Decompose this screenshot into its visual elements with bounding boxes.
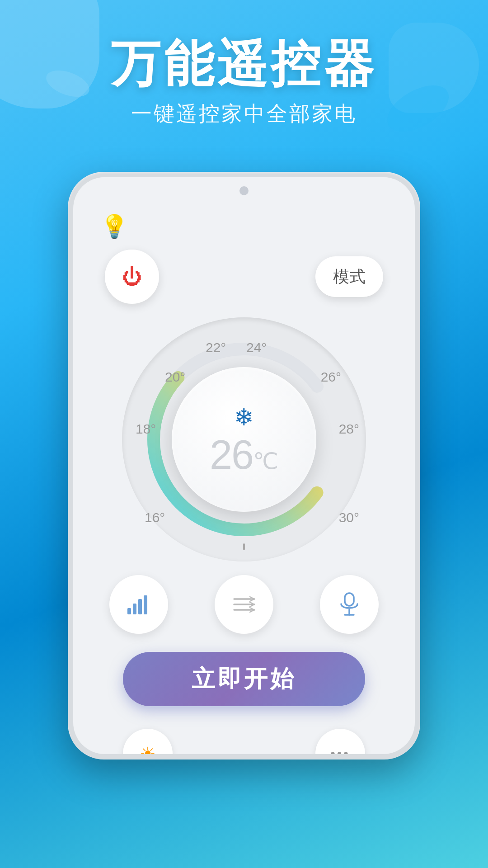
temp-16: 16° xyxy=(145,510,165,525)
temp-28: 28° xyxy=(339,421,359,437)
svg-rect-3 xyxy=(133,604,136,614)
sun-icon: ☀ xyxy=(140,743,156,754)
svg-rect-2 xyxy=(127,608,131,614)
temp-20: 20° xyxy=(165,369,185,385)
temp-number: 26 xyxy=(210,434,253,475)
temp-center-display: ❄ 26 ℃ xyxy=(172,367,316,512)
mode-button[interactable]: 模式 xyxy=(315,256,383,297)
svg-rect-5 xyxy=(144,595,147,614)
temp-unit: ℃ xyxy=(253,448,278,474)
phone-camera xyxy=(239,186,249,195)
phone-topbar xyxy=(73,177,415,204)
spacer-center xyxy=(215,729,273,754)
light-icon-container[interactable]: 💡 xyxy=(100,213,128,240)
phone-mockup: 💡 ⏻ 模式 xyxy=(68,172,420,760)
bottom-controls-row xyxy=(96,575,392,634)
brightness-button[interactable]: ☀ xyxy=(123,729,173,754)
remote-control-area: 💡 ⏻ 模式 xyxy=(73,204,415,754)
power-icon: ⏻ xyxy=(122,265,142,288)
temp-24: 24° xyxy=(246,340,267,355)
phone-inner-screen: 💡 ⏻ 模式 xyxy=(73,177,415,754)
app-subtitle: 一键遥控家中全部家电 xyxy=(0,100,488,128)
more-dots-icon: ••• xyxy=(330,746,350,754)
utility-row: ☀ ••• xyxy=(96,729,392,754)
mode-label: 模式 xyxy=(333,266,366,288)
phone-outer-shell: 💡 ⏻ 模式 xyxy=(68,172,420,760)
snowflake-icon: ❄ xyxy=(234,404,254,431)
more-button[interactable]: ••• xyxy=(315,729,365,754)
temp-18: 18° xyxy=(136,421,156,437)
temp-22: 22° xyxy=(206,340,226,355)
temp-30: 30° xyxy=(339,510,359,525)
wind-direction-button[interactable] xyxy=(215,575,273,634)
wind-direction-icon xyxy=(232,594,257,615)
start-button-label: 立即开始 xyxy=(192,663,296,695)
mic-icon xyxy=(338,592,360,617)
start-button-container: 立即开始 xyxy=(96,638,392,720)
voice-button[interactable] xyxy=(320,575,379,634)
header: 万能遥控器 一键遥控家中全部家电 xyxy=(0,0,488,128)
top-controls-row: ⏻ 模式 xyxy=(96,250,392,304)
power-button[interactable]: ⏻ xyxy=(105,250,159,304)
fan-speed-button[interactable] xyxy=(109,575,168,634)
lightbulb-icon: 💡 xyxy=(100,214,128,239)
temp-26: 26° xyxy=(321,369,341,385)
temperature-dial[interactable]: 22° 24° 20° 26° 18° 28° 16° 30° ❄ 26 ℃ xyxy=(122,317,366,561)
app-title: 万能遥控器 xyxy=(0,36,488,91)
start-button[interactable]: 立即开始 xyxy=(123,652,365,706)
svg-rect-9 xyxy=(345,593,354,606)
fan-speed-icon xyxy=(127,594,150,615)
temp-value-group: 26 ℃ xyxy=(210,434,278,475)
svg-rect-4 xyxy=(138,599,142,614)
dial-tick-bottom xyxy=(243,543,245,550)
